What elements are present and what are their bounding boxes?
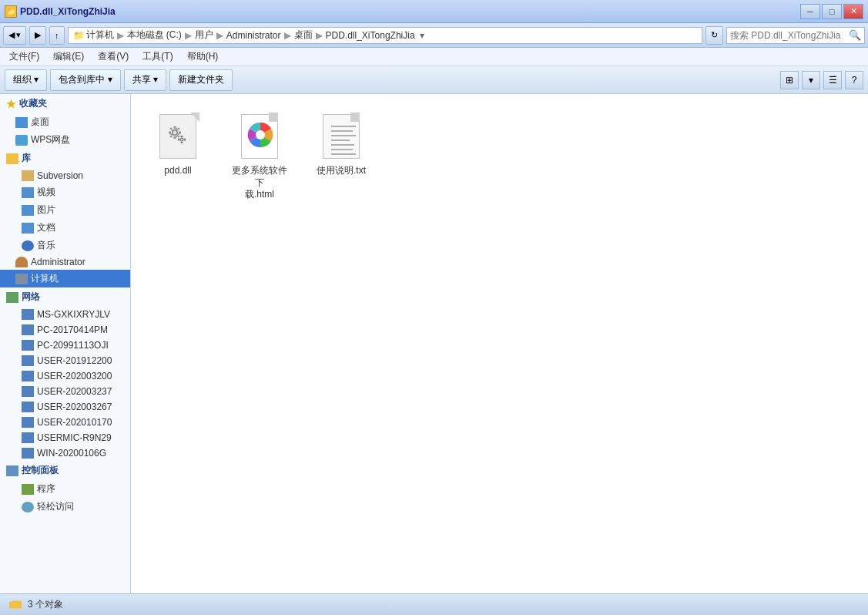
sidebar-item-music[interactable]: 音乐 xyxy=(0,237,130,254)
close-button[interactable]: ✕ xyxy=(843,4,863,19)
title-controls: ─ □ ✕ xyxy=(800,4,863,19)
breadcrumb-sep: ▶ xyxy=(216,30,223,41)
sidebar-item-network-10[interactable]: WIN-20200106G xyxy=(0,445,130,461)
admin-icon xyxy=(15,257,28,267)
file-item-dll[interactable]: pdd.dll xyxy=(143,106,213,206)
sidebar-item-network-3[interactable]: PC-20991113OJI xyxy=(0,338,130,353)
network-computer-icon xyxy=(22,309,34,320)
svg-rect-12 xyxy=(181,136,183,137)
html-icon-container xyxy=(235,111,284,160)
wps-icon xyxy=(15,135,28,146)
sidebar-music-label: 音乐 xyxy=(37,239,55,252)
breadcrumb-item: 桌面 xyxy=(294,29,313,42)
forward-button[interactable]: ▶ xyxy=(29,26,46,45)
html-label: 更多系统软件下载.html xyxy=(230,165,290,201)
up-button[interactable]: ↑ xyxy=(49,26,65,45)
sidebar-controlpanel-header[interactable]: 控制面板 xyxy=(0,461,130,480)
sidebar-favorites-header[interactable]: ★ 收藏夹 xyxy=(0,94,130,113)
view-icon-button[interactable]: ⊞ xyxy=(780,71,799,89)
sidebar-item-documents[interactable]: 文档 xyxy=(0,219,130,237)
sidebar-item-network-9[interactable]: USERMIC-R9N29 xyxy=(0,430,130,445)
file-grid: pdd.dll xyxy=(143,106,856,206)
view-dropdown-button[interactable]: ▾ xyxy=(802,71,820,89)
txt-line-3 xyxy=(331,135,356,136)
help-button[interactable]: ? xyxy=(845,71,863,89)
search-input[interactable] xyxy=(730,30,849,41)
sidebar-item-network-1[interactable]: MS-GXKIXRYJLV xyxy=(0,307,130,322)
sidebar-item-video[interactable]: 视频 xyxy=(0,183,130,201)
sidebar-network-header[interactable]: 网络 xyxy=(0,287,130,307)
sidebar-admin-label: Administrator xyxy=(31,257,85,267)
sidebar-item-subversion[interactable]: Subversion xyxy=(0,168,130,183)
file-item-txt[interactable]: 使用说明.txt xyxy=(307,106,376,206)
sidebar-item-network-7[interactable]: USER-202003267 xyxy=(0,399,130,415)
sidebar-item-computer[interactable]: 计算机 xyxy=(0,270,130,287)
breadcrumb-item: 本地磁盘 (C:) xyxy=(127,29,182,42)
sidebar-item-network-8[interactable]: USER-202010170 xyxy=(0,415,130,430)
address-bar: ◀ ▾ ▶ ↑ 📁 计算机 ▶ 本地磁盘 (C:) ▶ 用户 ▶ Adminis… xyxy=(0,23,868,48)
txt-line-7 xyxy=(331,153,356,155)
menu-tools[interactable]: 工具(T) xyxy=(136,49,179,65)
sidebar-item-accessibility[interactable]: 轻松访问 xyxy=(0,498,130,516)
sidebar-item-network-5[interactable]: USER-202003200 xyxy=(0,368,130,384)
colorball-svg xyxy=(246,121,274,149)
documents-icon xyxy=(22,223,34,234)
maximize-button[interactable]: □ xyxy=(822,4,842,19)
html-fold xyxy=(269,113,278,122)
txt-fold xyxy=(350,113,360,122)
svg-rect-3 xyxy=(174,136,176,139)
sidebar-item-wps[interactable]: WPS网盘 xyxy=(0,131,130,149)
organize-button[interactable]: 组织 ▾ xyxy=(5,69,47,91)
svg-rect-14 xyxy=(178,139,179,141)
network-icon xyxy=(6,292,18,303)
controlpanel-label: 控制面板 xyxy=(22,464,59,477)
sidebar-network-label-4: USER-201912200 xyxy=(37,355,112,366)
breadcrumb-sep: ▶ xyxy=(316,30,323,41)
sidebar-item-pictures[interactable]: 图片 xyxy=(0,201,130,219)
back-button[interactable]: ◀ ▾ xyxy=(3,26,26,45)
sidebar-item-network-6[interactable]: USER-202003237 xyxy=(0,384,130,399)
sidebar-desktop-label: 桌面 xyxy=(31,116,49,129)
menu-help[interactable]: 帮助(H) xyxy=(181,49,225,65)
content-area[interactable]: pdd.dll xyxy=(131,94,868,593)
file-item-html[interactable]: 更多系统软件下载.html xyxy=(225,106,294,206)
sidebar-item-network-2[interactable]: PC-20170414PM xyxy=(0,322,130,338)
search-icon: 🔍 xyxy=(849,29,861,41)
title-bar-left: 📁 PDD.dll_XiTongZhiJia xyxy=(5,5,116,18)
menu-file[interactable]: 文件(F) xyxy=(3,49,45,65)
network-computer-icon xyxy=(22,432,34,443)
subversion-icon xyxy=(22,170,34,181)
up-icon: ↑ xyxy=(55,31,59,40)
breadcrumb-icon: 📁 xyxy=(73,30,85,41)
sidebar-library-header[interactable]: 库 xyxy=(0,149,130,168)
title-bar: 📁 PDD.dll_XiTongZhiJia ─ □ ✕ xyxy=(0,0,868,23)
menu-edit[interactable]: 编辑(E) xyxy=(47,49,90,65)
svg-rect-15 xyxy=(184,139,186,141)
address-path[interactable]: 📁 计算机 ▶ 本地磁盘 (C:) ▶ 用户 ▶ Administrator ▶… xyxy=(68,27,703,44)
txt-line-4 xyxy=(331,139,350,141)
txt-line-1 xyxy=(331,126,356,127)
network-computer-icon xyxy=(22,371,34,381)
sidebar-item-network-4[interactable]: USER-201912200 xyxy=(0,353,130,368)
sidebar-network-label-1: MS-GXKIXRYJLV xyxy=(37,309,110,320)
sidebar-video-label: 视频 xyxy=(37,186,55,199)
search-box[interactable]: 🔍 xyxy=(726,27,865,44)
sidebar-item-admin[interactable]: Administrator xyxy=(0,254,130,270)
refresh-icon: ↻ xyxy=(711,30,718,40)
svg-point-11 xyxy=(181,139,183,141)
network-computer-icon xyxy=(22,448,34,459)
sidebar-item-desktop[interactable]: 桌面 xyxy=(0,113,130,131)
include-library-button[interactable]: 包含到库中 ▾ xyxy=(50,69,120,91)
view-details-button[interactable]: ☰ xyxy=(823,71,842,89)
menu-view[interactable]: 查看(V) xyxy=(92,49,135,65)
status-bar: 3 个对象 xyxy=(0,593,868,615)
new-folder-button[interactable]: 新建文件夹 xyxy=(169,69,233,91)
breadcrumb-sep: ▶ xyxy=(284,30,291,41)
network-computer-icon xyxy=(22,417,34,428)
network-computer-icon xyxy=(22,324,34,335)
share-button[interactable]: 共享 ▾ xyxy=(124,69,166,91)
sidebar-item-programs[interactable]: 程序 xyxy=(0,480,130,498)
sidebar-network-label-6: USER-202003237 xyxy=(37,386,112,397)
refresh-button[interactable]: ↻ xyxy=(705,26,723,45)
minimize-button[interactable]: ─ xyxy=(800,4,820,19)
